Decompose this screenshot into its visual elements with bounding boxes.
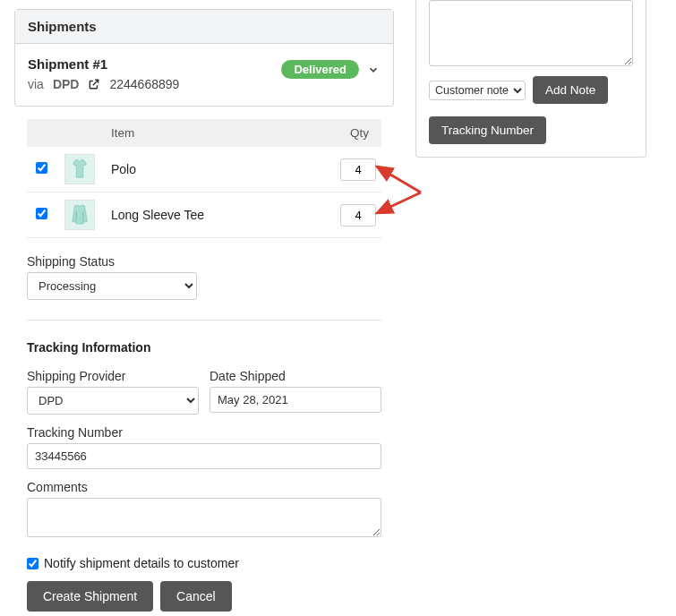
cancel-button[interactable]: Cancel (160, 581, 232, 612)
notes-panel: Customer note Add Note Tracking Number (415, 0, 646, 158)
col-item: Item (104, 119, 319, 147)
col-image (56, 119, 104, 147)
comments-label: Comments (27, 480, 381, 494)
create-shipment-button[interactable]: Create Shipment (27, 581, 153, 612)
external-link-icon[interactable] (88, 78, 100, 90)
shipment-title: Shipment #1 (28, 56, 179, 72)
col-checkbox (27, 119, 56, 147)
tracking-number-input[interactable] (27, 443, 381, 469)
product-thumb-polo (64, 154, 95, 184)
col-qty: Qty (319, 119, 381, 147)
provider-select[interactable]: DPD (27, 387, 199, 415)
status-badge: Delivered (281, 60, 359, 79)
product-thumb-longsleeve (64, 200, 95, 230)
shipment-head: Shipment #1 via DPD 2244668899 Delivered (15, 44, 393, 106)
table-row: Polo (27, 147, 381, 192)
shipments-panel-header: Shipments (15, 10, 393, 44)
chevron-down-icon[interactable] (366, 63, 381, 77)
items-table: Item Qty Polo Lon (27, 119, 381, 238)
provider-label: Shipping Provider (27, 369, 199, 383)
divider (27, 320, 381, 321)
table-row: Long Sleeve Tee (27, 192, 381, 238)
carrier-name: DPD (53, 77, 80, 91)
tracking-number-button[interactable]: Tracking Number (429, 116, 546, 144)
note-textarea[interactable] (429, 0, 633, 66)
comments-input[interactable] (27, 498, 381, 537)
shipping-status-select[interactable]: Processing (27, 272, 197, 300)
row-checkbox[interactable] (36, 208, 47, 219)
shipments-panel: Shipments Shipment #1 via DPD 2244668899… (14, 9, 394, 107)
tracking-number-label: Tracking Number (27, 425, 381, 440)
item-name: Long Sleeve Tee (104, 192, 319, 238)
tracking-display: 2244668899 (109, 77, 179, 91)
date-shipped-label: Date Shipped (210, 369, 381, 383)
notify-label: Notify shipment details to customer (44, 556, 239, 570)
shipment-via-row: via DPD 2244668899 (28, 77, 179, 91)
notify-checkbox[interactable] (27, 558, 39, 569)
create-shipment-form: Item Qty Polo Lon (14, 107, 394, 616)
date-shipped-input[interactable] (210, 387, 381, 413)
qty-input[interactable] (340, 204, 376, 227)
shipping-status-label: Shipping Status (27, 254, 381, 269)
add-note-button[interactable]: Add Note (533, 76, 608, 104)
tracking-info-title: Tracking Information (27, 340, 381, 355)
item-name: Polo (104, 147, 319, 192)
qty-input[interactable] (340, 158, 376, 181)
note-type-select[interactable]: Customer note (429, 81, 526, 100)
row-checkbox[interactable] (36, 162, 47, 174)
via-prefix: via (28, 77, 44, 91)
